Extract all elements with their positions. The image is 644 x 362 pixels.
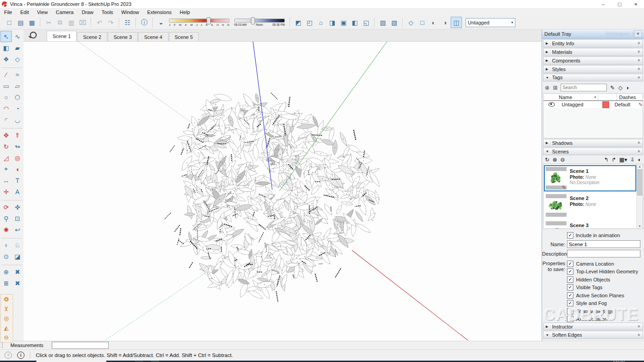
checkbox-icon[interactable]: ✓ [567, 300, 573, 306]
geolocation-icon[interactable]: ? [5, 352, 12, 359]
view-options-icon[interactable]: ▦▾ [619, 157, 627, 163]
plugin-funnel-icon[interactable]: ⊻ [1, 304, 12, 314]
checkbox-icon[interactable]: ✓ [567, 292, 573, 299]
cut-icon[interactable]: ✂ [43, 17, 54, 28]
polygon-tool[interactable]: ⬡ [12, 91, 23, 103]
close-icon[interactable]: ✕ [637, 41, 640, 45]
menu-item[interactable]: Draw [77, 10, 97, 15]
eraser-tool[interactable]: ▰ [12, 42, 23, 53]
shadows-section-header[interactable]: ▶ Shadows ✕ [543, 139, 643, 147]
property-checkbox[interactable]: ✓ Shadow Settings [567, 308, 638, 314]
tray-section-header[interactable]: ▶ Styles ✕ [543, 65, 643, 73]
scrollbar[interactable]: ▲ ▼ [636, 164, 643, 229]
edit-pencil-icon[interactable]: ✎ [610, 85, 615, 91]
two-point-arc-tool[interactable]: ◠ [0, 103, 12, 114]
menu-item[interactable]: Help [176, 10, 194, 15]
open-file-icon[interactable]: ▤ [15, 17, 26, 28]
new-file-icon[interactable]: □ [4, 17, 15, 28]
style-back-edges-icon[interactable]: ▧ [389, 17, 400, 28]
extension-layers-icon[interactable]: ≣ [0, 277, 12, 289]
property-checkbox[interactable]: ✓ Active Section Planes [567, 292, 638, 298]
checkbox-icon[interactable]: ✓ [567, 308, 573, 314]
credits-icon[interactable]: i [17, 352, 24, 359]
column-dashes[interactable]: Dashes [617, 95, 636, 100]
tags-table-header[interactable]: Name▾ Dashes [543, 94, 643, 101]
print-icon[interactable]: ☷ [122, 17, 133, 28]
checkbox-icon[interactable]: ✓ [567, 261, 573, 267]
zoom-window-tool[interactable]: ⊡ [12, 213, 23, 224]
checkbox-icon[interactable]: ✓ [567, 268, 573, 275]
make-component-tool[interactable]: ❖ [0, 53, 12, 65]
view-front-icon[interactable]: ⌂ [315, 17, 327, 28]
scene-tab[interactable]: Scene 1 [47, 31, 77, 41]
menu-item[interactable]: Edit [16, 10, 33, 15]
close-icon[interactable]: ✕ [637, 76, 640, 80]
menu-item[interactable]: Extensions [143, 10, 176, 15]
text-tool[interactable]: T [12, 175, 23, 186]
tray-section-header[interactable]: ▶ Components ✕ [543, 57, 643, 65]
close-icon[interactable]: ✕ [637, 149, 640, 153]
scene-list-item[interactable]: ✎ Scene 1 Photo: None No Description [544, 165, 636, 191]
style-shaded-icon[interactable]: ◐ [428, 17, 439, 28]
scroll-up-icon[interactable]: ▲ [639, 164, 641, 169]
scene-name-input[interactable] [567, 240, 640, 248]
redo-icon[interactable]: ↷ [105, 17, 116, 28]
tags-section-header[interactable]: ▼ Tags ✕ [543, 74, 643, 82]
checkbox-icon[interactable]: ✓ [567, 232, 573, 238]
tag-color-swatch[interactable] [602, 101, 609, 108]
walk-tool[interactable]: ♘ [12, 239, 23, 251]
scene-thumbnail[interactable] [546, 221, 567, 229]
rotated-rectangle-tool[interactable]: ▱ [12, 80, 23, 91]
axes-tool[interactable]: ✛ [0, 186, 12, 197]
rectangle-tool[interactable]: ▭ [0, 80, 12, 91]
view-bottom-icon[interactable]: ◱ [360, 17, 372, 28]
zoom-tool[interactable]: ⚲ [0, 213, 12, 224]
plugin-ellipse-icon[interactable]: ⊖ [1, 333, 12, 342]
look-around-tool[interactable]: ⊙ [0, 251, 12, 262]
three-point-arc-tool[interactable]: ◡ [12, 114, 23, 125]
style-monochrome-icon[interactable]: ◫ [451, 17, 462, 28]
select-tool[interactable]: ↖ [0, 31, 12, 42]
scene-list-item[interactable]: Scene 3 Photo: None [544, 219, 636, 229]
close-icon[interactable]: ✕ [637, 50, 640, 54]
view-top-icon[interactable]: ◰ [304, 17, 315, 28]
tag-search-input[interactable] [561, 84, 607, 91]
scene-tab[interactable]: Scene 3 [108, 32, 138, 41]
add-scene-icon[interactable]: ⊕ [553, 157, 557, 163]
copy-icon[interactable]: ⧉ [54, 17, 66, 28]
zoom-extents-tool[interactable]: ✺ [0, 224, 12, 235]
checkbox-icon[interactable]: ✓ [567, 284, 573, 291]
tray-section-header[interactable]: ▶ Entity Info ✕ [543, 39, 643, 48]
column-name[interactable]: Name [559, 95, 572, 100]
paint-bucket-tool[interactable]: ◧ [0, 42, 12, 53]
property-checkbox[interactable]: ✓ Axes Location [567, 316, 638, 322]
scenes-list[interactable]: ✎ Scene 1 Photo: None No Description Sce… [543, 164, 643, 229]
property-checkbox[interactable]: ✓ Hidden Objects [567, 276, 638, 282]
orbit-tool[interactable]: ⟳ [0, 201, 12, 213]
edit-pencil-icon[interactable]: ✎ [639, 102, 643, 108]
plant-model[interactable] [24, 42, 542, 341]
tray-close-icon[interactable]: ✕ [634, 30, 642, 37]
move-tool[interactable]: ✥ [0, 129, 12, 141]
rotate-tool[interactable]: ↻ [0, 141, 12, 152]
paste-icon[interactable]: ▥ [66, 17, 77, 28]
close-icon[interactable]: ✕ [637, 58, 640, 62]
model-info-icon[interactable]: ⓘ [139, 17, 150, 28]
minimize-button[interactable]: – [595, 0, 611, 8]
scene-tab[interactable]: Scene 2 [77, 32, 107, 41]
scene-thumbnail[interactable] [546, 194, 567, 217]
scene-tab[interactable]: Scene 5 [169, 32, 199, 41]
pan-tool[interactable]: ✜ [12, 201, 23, 213]
scroll-down-icon[interactable]: ▼ [639, 224, 641, 229]
scene-options-icon[interactable]: ◐ [638, 157, 641, 163]
view-iso-icon[interactable]: ◩ [293, 17, 304, 28]
add-tag-folder-icon[interactable]: ⊞ [553, 85, 557, 91]
shadow-time-track[interactable] [234, 19, 285, 23]
3d-text-tool[interactable]: A [12, 186, 23, 197]
follow-me-tool[interactable]: ↬ [12, 141, 23, 152]
save-file-icon[interactable]: ▦ [26, 17, 38, 28]
scene-description-input[interactable] [567, 250, 640, 257]
delete-icon[interactable]: ⌧ [77, 17, 88, 28]
plugin-donut-icon[interactable]: ◎ [1, 314, 12, 323]
dimension-tool[interactable]: ↔ [0, 175, 12, 186]
